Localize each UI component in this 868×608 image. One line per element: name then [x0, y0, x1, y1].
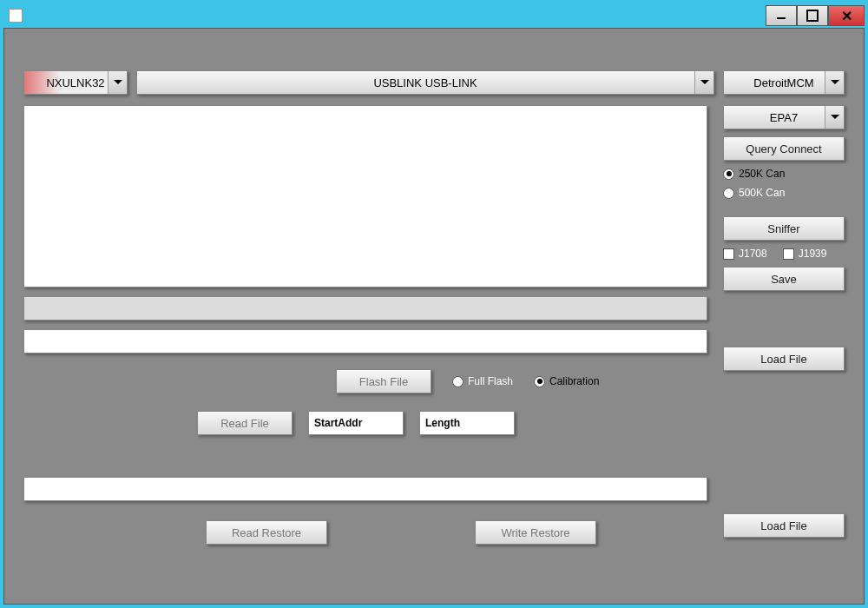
status-bar-1	[23, 296, 707, 321]
device-select[interactable]: USBLINK USB-LINK	[136, 70, 714, 95]
log-textarea[interactable]	[23, 105, 707, 287]
chevron-down-icon	[694, 71, 713, 94]
device-select-value: USBLINK USB-LINK	[373, 76, 477, 89]
maximize-button[interactable]	[797, 5, 828, 26]
can-250k-radio[interactable]: 250K Can	[723, 168, 845, 180]
chevron-down-icon	[825, 106, 844, 129]
window-controls: ✕	[766, 5, 865, 26]
start-addr-input[interactable]: StartAddr	[308, 411, 404, 435]
module-select-value: DetroitMCM	[753, 76, 813, 89]
epa-select-value: EPA7	[770, 111, 798, 124]
flash-file-button[interactable]: Flash File	[336, 369, 431, 393]
app-window: ✕ NXULNK32 USBLINK USB-LINK DetroitMCM	[0, 0, 868, 608]
adapter-select-value: NXULNK32	[46, 76, 104, 89]
close-button[interactable]: ✕	[828, 5, 865, 26]
calibration-radio[interactable]: Calibration	[534, 375, 599, 387]
client-area: NXULNK32 USBLINK USB-LINK DetroitMCM	[3, 28, 865, 605]
save-button[interactable]: Save	[723, 267, 845, 291]
query-connect-button[interactable]: Query Connect	[723, 136, 845, 161]
load-file-1-button[interactable]: Load File	[723, 347, 845, 371]
adapter-select[interactable]: NXULNK32	[23, 70, 128, 95]
epa-select[interactable]: EPA7	[723, 105, 845, 129]
read-restore-button[interactable]: Read Restore	[206, 520, 327, 545]
app-icon	[9, 9, 23, 23]
file-path-1[interactable]	[23, 329, 707, 354]
can-500k-radio[interactable]: 500K Can	[723, 187, 845, 199]
write-restore-button[interactable]: Write Restore	[475, 520, 596, 545]
minimize-button[interactable]	[766, 5, 797, 26]
module-select[interactable]: DetroitMCM	[723, 70, 845, 95]
length-input[interactable]: Length	[419, 411, 515, 435]
chevron-down-icon	[825, 71, 844, 94]
read-file-button[interactable]: Read File	[197, 411, 293, 435]
chevron-down-icon	[108, 71, 127, 94]
full-flash-radio[interactable]: Full Flash	[452, 375, 513, 387]
j1939-checkbox[interactable]: J1939	[783, 248, 827, 260]
sniffer-button[interactable]: Sniffer	[723, 216, 845, 241]
titlebar: ✕	[3, 3, 865, 28]
j1708-checkbox[interactable]: J1708	[723, 248, 767, 260]
file-path-2[interactable]	[23, 477, 707, 501]
load-file-2-button[interactable]: Load File	[723, 513, 845, 538]
